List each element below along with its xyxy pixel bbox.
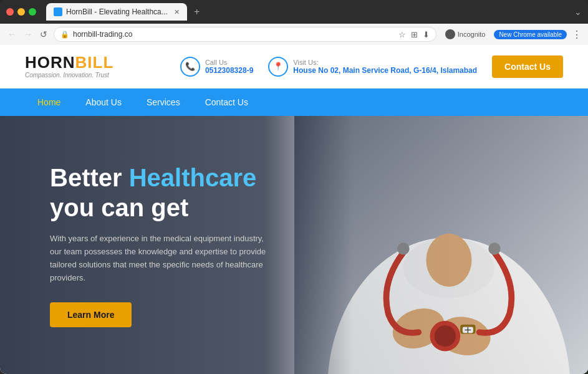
- site-header: HORNBILL Compassion. Innovation. Trust 📞…: [0, 45, 588, 89]
- address-bar: ← → ↺ 🔒 hornbill-trading.co ☆ ⊞ ⬇ Incogn…: [0, 24, 588, 45]
- traffic-lights: [6, 8, 36, 16]
- hero-title-highlight: Healthcare: [129, 164, 257, 191]
- nav-contact[interactable]: Contact Us: [193, 89, 261, 116]
- header-contact-button[interactable]: Contact Us: [492, 55, 563, 78]
- logo-part1: HORN: [25, 53, 75, 72]
- visit-address: House No 02, Main Service Road, G-16/4, …: [293, 66, 477, 75]
- back-button[interactable]: ←: [6, 28, 17, 41]
- chrome-options[interactable]: ⌄: [574, 7, 582, 17]
- active-tab[interactable]: HornBill - Elevating Healthca... ✕: [46, 3, 187, 21]
- nav-about[interactable]: About Us: [73, 89, 134, 116]
- incognito-area: Incognito: [441, 29, 489, 39]
- title-bar: HornBill - Elevating Healthca... ✕ + ⌄: [0, 0, 588, 24]
- chrome-menu-button[interactable]: ⋮: [572, 29, 582, 41]
- hero-subtitle: With years of experience in the medical …: [50, 233, 274, 284]
- phone-contact-item: 📞 Call Us 0512308328-9: [180, 57, 253, 77]
- learn-more-button[interactable]: Learn More: [50, 302, 132, 327]
- hero-title-part1: Better: [50, 164, 129, 191]
- location-icon: 📍: [268, 57, 288, 77]
- logo: HORNBILL: [25, 54, 113, 70]
- incognito-icon: [445, 29, 455, 39]
- logo-tagline: Compassion. Innovation. Trust: [25, 72, 113, 79]
- tab-favicon: [54, 7, 62, 16]
- extensions-icon[interactable]: ⊞: [411, 30, 418, 39]
- phone-icon: 📞: [180, 57, 200, 77]
- site-nav: Home About Us Services Contact Us: [0, 89, 588, 116]
- maximize-button[interactable]: [29, 8, 36, 16]
- address-right-controls: ☆ ⊞ ⬇: [398, 30, 430, 39]
- tab-close-button[interactable]: ✕: [174, 8, 180, 16]
- website-content: HORNBILL Compassion. Innovation. Trust 📞…: [0, 45, 588, 374]
- refresh-button[interactable]: ↺: [39, 28, 49, 41]
- chrome-update-badge[interactable]: New Chrome available: [494, 30, 567, 39]
- hero-title: Better Healthcare you can get: [50, 163, 274, 223]
- nav-services[interactable]: Services: [134, 89, 193, 116]
- tab-title: HornBill - Elevating Healthca...: [66, 7, 168, 16]
- bookmark-icon[interactable]: ☆: [398, 30, 406, 39]
- hero-content: Better Healthcare you can get With years…: [0, 116, 324, 374]
- tab-bar: HornBill - Elevating Healthca... ✕ +: [46, 3, 569, 21]
- phone-info: Call Us 0512308328-9: [205, 59, 253, 75]
- lock-icon: 🔒: [60, 31, 69, 39]
- call-label: Call Us: [205, 59, 253, 66]
- hero-section: Better Healthcare you can get With years…: [0, 116, 588, 374]
- close-button[interactable]: [6, 8, 14, 16]
- call-number: 0512308328-9: [205, 66, 253, 75]
- nav-home[interactable]: Home: [25, 89, 73, 116]
- download-icon[interactable]: ⬇: [423, 30, 430, 39]
- url-text: hornbill-trading.co: [73, 30, 132, 39]
- new-tab-button[interactable]: +: [190, 4, 205, 19]
- logo-area: HORNBILL Compassion. Innovation. Trust: [25, 54, 113, 79]
- logo-part2: BILL: [75, 53, 114, 72]
- address-input[interactable]: 🔒 hornbill-trading.co ☆ ⊞ ⬇: [54, 27, 436, 42]
- forward-button[interactable]: →: [22, 28, 34, 41]
- address-info: Visit Us: House No 02, Main Service Road…: [293, 59, 477, 75]
- visit-label: Visit Us:: [293, 59, 477, 66]
- header-contact: 📞 Call Us 0512308328-9 📍 Visit Us: House…: [180, 55, 563, 78]
- browser-frame: HornBill - Elevating Healthca... ✕ + ⌄ ←…: [0, 0, 588, 374]
- minimize-button[interactable]: [17, 8, 25, 16]
- address-contact-item: 📍 Visit Us: House No 02, Main Service Ro…: [268, 57, 477, 77]
- hero-title-part2: you can get: [50, 194, 188, 221]
- incognito-label: Incognito: [458, 31, 486, 38]
